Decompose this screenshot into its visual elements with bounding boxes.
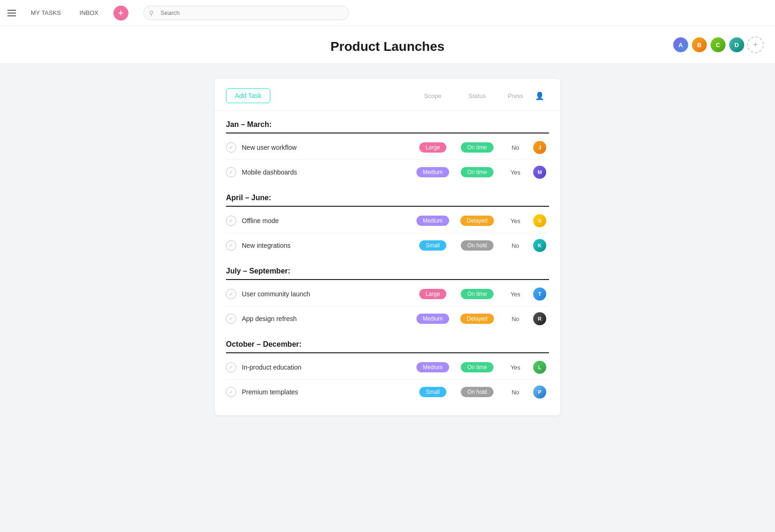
section-header: October – December: [226, 331, 549, 353]
task-row: ✓App design refreshMediumDelayedNoR [226, 307, 549, 331]
section-jan-march: Jan – March:✓New user workflowLargeOn ti… [215, 111, 560, 184]
task-row: ✓New integrationsSmallOn holdNoK [226, 233, 549, 258]
task-checkbox[interactable]: ✓ [226, 387, 236, 397]
avatar[interactable]: J [533, 141, 546, 154]
add-task-button[interactable]: Add Task [226, 88, 270, 103]
col-header-assignee: 👤 [530, 91, 549, 100]
task-row: ✓User community launchLargeOn timeYesT [226, 282, 549, 307]
task-status: On time [454, 142, 500, 153]
task-columns: LargeOn timeYesT [412, 287, 549, 301]
avatar[interactable]: C [710, 36, 726, 53]
card-header: Add Task Scope Status Press 👤 [215, 79, 560, 111]
task-status: On time [454, 362, 500, 372]
section-title: July – September: [226, 267, 290, 275]
task-scope: Medium [412, 314, 454, 324]
task-assignee[interactable]: T [530, 287, 549, 301]
status-badge: On hold [461, 387, 493, 397]
task-checkbox[interactable]: ✓ [226, 167, 236, 177]
status-badge: Delayed [460, 216, 494, 226]
task-row: ✓Premium templatesSmallOn holdNoP [226, 380, 549, 404]
task-scope: Large [412, 289, 454, 299]
avatar[interactable]: K [533, 239, 546, 252]
avatar-group: A B C D + [672, 36, 764, 53]
task-checkbox[interactable]: ✓ [226, 362, 236, 372]
task-assignee[interactable]: M [530, 166, 549, 179]
task-press: Yes [500, 169, 530, 176]
col-header-press: Press [500, 92, 530, 99]
section-title: Jan – March: [226, 120, 272, 129]
avatar[interactable]: D [728, 36, 745, 53]
menu-icon[interactable] [7, 10, 16, 16]
task-name: App design refresh [242, 315, 412, 322]
status-badge: Delayed [460, 314, 494, 324]
task-checkbox[interactable]: ✓ [226, 240, 236, 251]
scope-badge: Medium [416, 362, 450, 372]
scope-badge: Medium [416, 314, 450, 324]
task-assignee[interactable]: P [530, 385, 549, 399]
task-scope: Small [412, 240, 454, 251]
col-header-scope: Scope [412, 92, 454, 99]
avatar[interactable]: R [533, 312, 546, 325]
add-button[interactable]: + [113, 6, 128, 21]
scope-badge: Small [419, 240, 446, 251]
task-press: No [500, 389, 530, 396]
task-checkbox[interactable]: ✓ [226, 216, 236, 226]
search-input[interactable] [143, 6, 349, 20]
scope-badge: Small [419, 387, 446, 397]
task-row: ✓New user workflowLargeOn timeNoJ [226, 135, 549, 160]
task-name: Mobile dashboards [242, 168, 412, 176]
col-header-status: Status [454, 92, 500, 99]
task-name: New integrations [242, 242, 412, 249]
avatar[interactable]: B [691, 36, 708, 53]
task-name: Offline mode [242, 217, 412, 224]
task-status: On time [454, 289, 500, 299]
task-columns: MediumOn timeYesL [412, 361, 549, 374]
section-header: July – September: [226, 258, 549, 280]
section-title: October – December: [226, 340, 302, 349]
task-press: Yes [500, 291, 530, 298]
task-row: ✓In-product educationMediumOn timeYesL [226, 355, 549, 380]
status-badge: On hold [461, 240, 493, 251]
task-checkbox[interactable]: ✓ [226, 142, 236, 153]
person-icon: 👤 [535, 92, 544, 100]
status-badge: On time [461, 167, 493, 177]
add-member-button[interactable]: + [747, 36, 764, 53]
nav-my-tasks[interactable]: MY TASKS [27, 7, 64, 18]
task-checkbox[interactable]: ✓ [226, 314, 236, 324]
avatar[interactable]: L [533, 361, 546, 374]
task-status: Delayed [454, 314, 500, 324]
avatar[interactable]: A [672, 36, 689, 53]
avatar[interactable]: T [533, 287, 546, 301]
section-april-june: April – June:✓Offline modeMediumDelayedY… [215, 184, 560, 258]
avatar[interactable]: P [533, 385, 546, 399]
avatar[interactable]: M [533, 166, 546, 179]
task-columns: MediumDelayedYesS [412, 214, 549, 227]
status-badge: On time [461, 289, 493, 299]
sections-container: Jan – March:✓New user workflowLargeOn ti… [215, 111, 560, 404]
search-bar: ⚲ [143, 6, 349, 20]
top-nav: MY TASKS INBOX + ⚲ [0, 0, 775, 26]
task-scope: Medium [412, 216, 454, 226]
task-press: No [500, 315, 530, 322]
task-press: Yes [500, 217, 530, 224]
task-scope: Medium [412, 362, 454, 372]
task-assignee[interactable]: L [530, 361, 549, 374]
task-assignee[interactable]: R [530, 312, 549, 325]
task-press: No [500, 242, 530, 249]
task-columns: LargeOn timeNoJ [412, 141, 549, 154]
task-assignee[interactable]: S [530, 214, 549, 227]
section-october-december: October – December:✓In-product education… [215, 331, 560, 404]
nav-inbox[interactable]: INBOX [76, 7, 102, 18]
column-headers: Scope Status Press 👤 [412, 91, 549, 100]
task-checkbox[interactable]: ✓ [226, 289, 236, 299]
task-assignee[interactable]: J [530, 141, 549, 154]
main-card: Add Task Scope Status Press 👤 Jan – Marc… [215, 79, 560, 415]
scope-badge: Medium [416, 216, 450, 226]
task-status: On hold [454, 387, 500, 397]
avatar[interactable]: S [533, 214, 546, 227]
task-row: ✓Offline modeMediumDelayedYesS [226, 209, 549, 233]
task-row: ✓Mobile dashboardsMediumOn timeYesM [226, 160, 549, 184]
task-name: In-product education [242, 364, 412, 371]
task-assignee[interactable]: K [530, 239, 549, 252]
page-header: Product Launches A B C D + [0, 26, 775, 64]
